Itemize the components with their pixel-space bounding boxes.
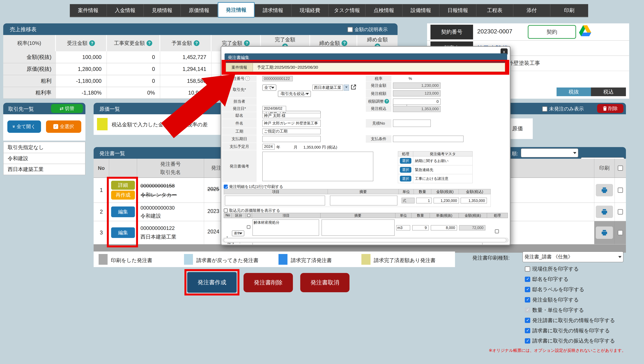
print-option-0[interactable]: 現場住所を印字する (525, 265, 579, 272)
print-button[interactable] (596, 184, 613, 196)
help-icon[interactable]: ? (194, 40, 200, 46)
subject-textarea[interactable]: 神戸 太郎ガレージ 外壁塗装工事 (262, 120, 321, 127)
print-option-6[interactable]: 請求書に取引先の情報を印字する (525, 327, 610, 334)
help-icon[interactable]: ? (89, 40, 95, 46)
cost-unit-input[interactable]: m3 (396, 225, 410, 230)
checkbox[interactable] (525, 277, 530, 282)
checkbox[interactable] (525, 266, 530, 272)
print-one-line-toggle[interactable]: 発注明細を1式(1行)で印刷する (224, 184, 283, 189)
print-option-3[interactable]: 発注金額を印字する (525, 296, 579, 303)
layer-toggle[interactable]: 取込元の原価階層を表示する (224, 208, 280, 213)
amount-desc-toggle[interactable]: 金額の説明表示 (348, 26, 388, 33)
tab-print[interactable]: 印刷 (550, 4, 588, 17)
tab-report-info[interactable]: 日報情報 (440, 4, 476, 17)
supplier-item-nishinihon[interactable]: 西日本建築工業 (3, 164, 86, 175)
master-select-button[interactable]: 選択 (400, 158, 411, 164)
due-input[interactable] (262, 136, 321, 142)
modal-scrollbar-thumb[interactable] (224, 238, 506, 242)
checkbox[interactable] (525, 338, 530, 343)
print-type-select[interactable]: 発注書_請書 《仕無》 (522, 251, 624, 262)
help-icon[interactable]: ? (342, 40, 347, 46)
detail-summary-textarea[interactable] (330, 196, 397, 205)
checkbox[interactable] (525, 287, 530, 292)
delete-button[interactable]: 削除 (597, 104, 624, 113)
switch-button[interactable]: ⇄切替 (51, 104, 83, 113)
tab-schedule[interactable]: 工程表 (476, 4, 514, 17)
cost-summary-textarea[interactable] (322, 219, 394, 236)
master-select-button[interactable]: 選択 (400, 176, 411, 181)
tab-invoice-info[interactable]: 請求情報 (255, 4, 292, 17)
help-icon[interactable]: ? (384, 99, 389, 104)
supplier-item-reiwa[interactable]: 令和建設 (3, 153, 86, 164)
print-button[interactable] (596, 206, 613, 218)
header-checkbox[interactable] (247, 214, 250, 217)
delete-order-button[interactable]: 発注書削除 (244, 273, 293, 292)
sort-field-select[interactable] (521, 148, 578, 157)
tax-incl-button[interactable]: 税込 (591, 88, 626, 96)
checkbox[interactable] (525, 318, 530, 323)
tab-attachment[interactable]: 添付 (513, 4, 550, 17)
supplier-input[interactable]: 西日本建築工業 (312, 85, 343, 91)
tab-case-info[interactable]: 案件情報 (70, 4, 107, 17)
row-checkbox[interactable] (618, 230, 623, 235)
remarks-textarea[interactable] (262, 152, 373, 181)
row-checkbox[interactable] (618, 209, 623, 214)
google-drive-icon[interactable] (579, 25, 592, 38)
unordered-only-toggle[interactable]: 未発注のみ表示 (542, 106, 584, 112)
cost-type-select[interactable]: 通常 (232, 230, 244, 236)
house-input[interactable]: 神戸 太郎 様 (262, 113, 321, 118)
cost-process-checkbox[interactable] (495, 229, 499, 233)
cancel-order-button[interactable]: 発注書取消 (300, 273, 350, 292)
detail-qty-input[interactable]: 1 (416, 198, 432, 203)
tax-excl-button[interactable]: 税抜 (556, 88, 591, 96)
tab-site-expense[interactable]: 現場経費 (292, 4, 328, 17)
open-all-button[interactable]: »全て開く (7, 120, 41, 133)
detail-item-textarea[interactable] (225, 196, 325, 205)
amount-desc-checkbox[interactable] (348, 27, 353, 32)
period-input[interactable]: ご指定の工期 (262, 129, 321, 134)
print-option-5[interactable]: 発注請書に取引先の情報を印字する (525, 317, 615, 324)
checkbox[interactable] (525, 328, 530, 333)
adjust-input[interactable]: 0 (393, 99, 440, 105)
tab-cost-info[interactable]: 原価情報 (181, 4, 218, 17)
contract-button[interactable]: 契約 (528, 25, 576, 39)
checkbox[interactable] (224, 208, 228, 212)
terms-input[interactable] (393, 136, 464, 142)
quote-input[interactable] (393, 120, 431, 127)
print-button[interactable] (596, 226, 613, 239)
select-all-button[interactable]: ✓全選択 (46, 120, 81, 133)
help-icon[interactable]: ? (146, 40, 152, 46)
print-option-2[interactable]: 邸名ラベルを印字する (525, 286, 584, 293)
create-order-button[interactable]: 発注書作成 (187, 272, 236, 293)
order-date-input[interactable]: 2024/08/02 (262, 106, 286, 111)
detail-incl-input[interactable]: 1,353,000 (460, 198, 487, 203)
master-select-button[interactable]: 選択 (400, 167, 411, 173)
cost-qty-input[interactable]: 9 (412, 225, 429, 230)
external-link-icon[interactable] (351, 84, 356, 90)
cost-row-checkbox[interactable] (247, 225, 250, 229)
unordered-only-checkbox[interactable] (542, 106, 548, 112)
tab-order-info-active[interactable]: 発注情報 (218, 2, 255, 18)
supplier-scope-select[interactable]: 全て (262, 85, 276, 91)
modal-scrollbar-track[interactable] (222, 237, 509, 243)
row-checkbox[interactable] (618, 188, 623, 193)
tab-deposit-info[interactable]: 入金情報 (107, 4, 144, 17)
tab-inspection-info[interactable]: 点検情報 (366, 4, 402, 17)
supplier-item-none[interactable]: 取引先指定なし (3, 142, 86, 153)
cost-price-input[interactable]: 8,000 (431, 225, 457, 230)
supplier-narrow-select[interactable]: -取引先を絞込- (278, 91, 311, 97)
pay-year-input[interactable]: 2024 (262, 144, 275, 150)
supplier-dropdown-button[interactable] (344, 85, 349, 91)
detail-unit-input[interactable]: 式 (402, 198, 414, 203)
tab-task-info[interactable]: タスク情報 (328, 4, 366, 17)
checkbox[interactable] (224, 185, 228, 189)
print-option-1[interactable]: 邸名を印字する (525, 276, 568, 283)
tab-equipment-info[interactable]: 設備情報 (402, 4, 440, 17)
detail-excl-input[interactable]: 1,230,000 (434, 198, 459, 203)
cost-item-textarea[interactable]: 解体材産廃処分 (252, 219, 319, 236)
help-icon[interactable]: ? (244, 40, 250, 46)
select-all-rows-checkbox[interactable] (618, 165, 623, 171)
print-option-7[interactable]: 請求書に取引先の振込先を印字する (525, 337, 615, 344)
print-option-4[interactable]: 数量・単位を印字する (525, 307, 584, 313)
tab-estimate-info[interactable]: 見積情報 (144, 4, 181, 17)
